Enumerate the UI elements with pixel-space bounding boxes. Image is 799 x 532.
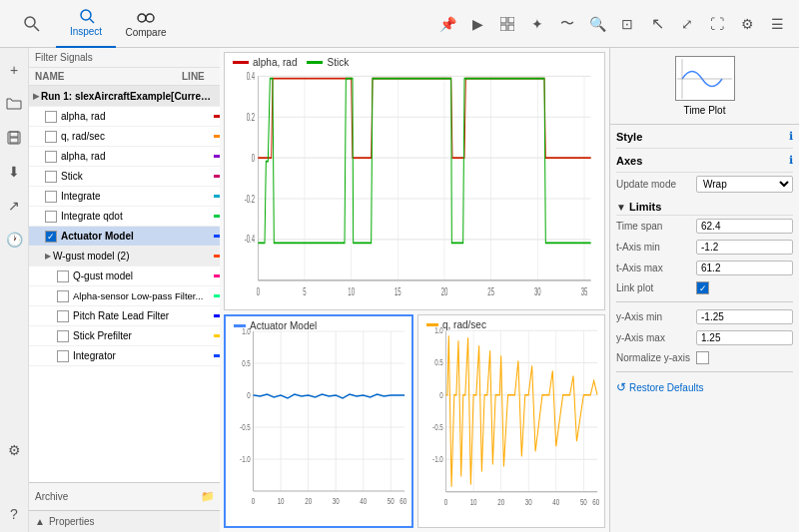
t-axis-min-input[interactable]	[696, 240, 793, 255]
signal-panel: Filter Signals NAME LINE ▶ Run 1: slexAi…	[29, 48, 249, 532]
y-axis-max-input[interactable]	[696, 330, 793, 345]
svg-rect-8	[500, 25, 506, 31]
cursor-icon[interactable]: ✦	[523, 10, 551, 38]
t-axis-max-value	[696, 261, 793, 275]
grid-icon[interactable]	[493, 10, 521, 38]
settings-icon[interactable]: ⚙	[733, 10, 761, 38]
svg-text:40: 40	[552, 497, 559, 508]
settings2-icon[interactable]: ⚙	[0, 436, 28, 464]
normalize-checkbox[interactable]	[696, 351, 709, 364]
svg-text:0.5: 0.5	[242, 358, 251, 368]
normalize-label: Normalize y-axis	[616, 352, 696, 363]
list-item[interactable]: alpha, rad	[29, 147, 248, 167]
signal-checkbox[interactable]	[57, 310, 69, 322]
signal-checkbox[interactable]: ✓	[45, 231, 57, 243]
divider	[616, 301, 793, 302]
download-icon[interactable]: ⬇	[0, 158, 28, 186]
signal-list-header: NAME LINE	[29, 68, 248, 86]
svg-rect-7	[508, 17, 514, 23]
wave-icon[interactable]: 〜	[553, 10, 581, 38]
share-icon[interactable]: ↗	[0, 192, 28, 220]
signal-checkbox[interactable]	[45, 191, 57, 203]
link-plot-checkbox[interactable]: ✓	[696, 281, 709, 294]
list-item[interactable]: Integrator	[29, 346, 248, 366]
time-plot-header: Time Plot	[610, 48, 799, 125]
help-icon[interactable]: ?	[0, 500, 28, 528]
properties-section: Style ℹ Axes ℹ Update mode Wrap ▼	[610, 125, 799, 532]
list-item[interactable]: Integrate	[29, 187, 248, 207]
svg-text:-1.0: -1.0	[432, 454, 443, 465]
signal-checkbox[interactable]	[57, 270, 69, 282]
right-panel: Time Plot Style ℹ Axes ℹ Update mode Wra…	[609, 48, 799, 532]
archive-icon1[interactable]: 📁	[198, 487, 218, 507]
magnify-icon[interactable]: 🔍	[583, 10, 611, 38]
list-item[interactable]: Alpha-sensor Low-pass Filter...	[29, 286, 248, 306]
pointer-icon[interactable]: ↖	[643, 10, 671, 38]
t-axis-max-input[interactable]	[696, 261, 793, 275]
svg-text:0: 0	[252, 496, 255, 506]
style-info-icon[interactable]: ℹ	[789, 130, 793, 143]
restore-defaults-btn[interactable]: ↺ Restore Defaults	[616, 376, 793, 398]
signal-checkbox[interactable]	[45, 151, 57, 163]
pin-icon[interactable]: 📌	[433, 10, 461, 38]
link-plot-value: ✓	[696, 281, 793, 294]
limits-header[interactable]: ▼ Limits	[616, 196, 793, 216]
zoom-region-icon[interactable]: ⊡	[613, 10, 641, 38]
signal-checkbox[interactable]	[45, 131, 57, 143]
search-icon[interactable]	[8, 0, 56, 48]
clock-icon[interactable]: 🕐	[0, 226, 28, 254]
q-radpersec-plot[interactable]: q, rad/sec	[417, 314, 605, 528]
col-name-header: NAME	[35, 71, 182, 82]
list-item[interactable]: Stick	[29, 167, 248, 187]
list-item[interactable]: Stick Prefilter	[29, 326, 248, 346]
time-span-input[interactable]	[696, 219, 793, 234]
update-mode-row: Update mode Wrap	[616, 173, 793, 196]
properties-bar[interactable]: ▲ Properties	[29, 510, 248, 532]
signal-checkbox[interactable]	[57, 330, 69, 342]
axes-section-header[interactable]: Axes ℹ	[616, 149, 793, 173]
fullscreen-icon[interactable]: ⛶	[703, 10, 731, 38]
svg-text:40: 40	[360, 496, 367, 506]
save-icon[interactable]	[0, 124, 28, 152]
folder-icon[interactable]	[0, 90, 28, 118]
signal-checkbox[interactable]	[45, 111, 57, 123]
svg-rect-9	[508, 25, 514, 31]
restore-label: Restore Defaults	[629, 382, 703, 393]
list-item-selected[interactable]: ✓ Actuator Model	[29, 227, 248, 247]
add-signal-btn[interactable]: +	[0, 56, 28, 84]
list-item[interactable]: q, rad/sec	[29, 127, 248, 147]
actuator-model-plot[interactable]: Actuator Model	[224, 314, 413, 528]
signal-checkbox[interactable]	[57, 290, 69, 302]
signal-checkbox[interactable]	[45, 171, 57, 183]
bottom-plots-row: Actuator Model	[220, 312, 609, 532]
inspect-tab[interactable]: Inspect	[56, 0, 116, 48]
y-axis-max-label: y-Axis max	[616, 332, 696, 343]
signal-checkbox[interactable]	[45, 211, 57, 223]
svg-text:-0.5: -0.5	[432, 422, 443, 433]
y-axis-min-input[interactable]	[696, 309, 793, 324]
menu-icon[interactable]: ☰	[763, 10, 791, 38]
update-mode-select[interactable]: Wrap	[696, 176, 793, 193]
svg-text:0.5: 0.5	[434, 357, 443, 368]
list-item[interactable]: ▶ W-gust model (2)	[29, 247, 248, 266]
compare-tab[interactable]: Compare	[116, 0, 176, 48]
left-panel-wrapper: + ⬇ ↗ 🕐 ⚙ ? Filter Signals NAME LINE	[0, 48, 220, 532]
properties-label: Properties	[49, 516, 95, 527]
axes-info-icon[interactable]: ℹ	[789, 154, 793, 167]
expand-icon[interactable]: ⤢	[673, 10, 701, 38]
svg-text:10: 10	[470, 497, 477, 508]
run-header[interactable]: ▶ Run 1: slexAircraftExample[Current... …	[29, 86, 248, 107]
y-axis-min-row: y-Axis min	[616, 306, 793, 327]
list-item[interactable]: Pitch Rate Lead Filter	[29, 306, 248, 326]
play-icon[interactable]: ▶	[463, 10, 491, 38]
top-plot[interactable]: alpha, rad Stick	[224, 52, 605, 310]
list-item[interactable]: Integrate qdot	[29, 207, 248, 227]
list-item[interactable]: Q-gust model	[29, 266, 248, 286]
filter-bar: Filter Signals	[29, 48, 248, 68]
axes-label: Axes	[616, 155, 642, 167]
style-row: Style ℹ	[616, 125, 793, 149]
svg-text:-1.0: -1.0	[240, 454, 251, 464]
list-item[interactable]: alpha, rad	[29, 107, 248, 127]
signal-checkbox[interactable]	[57, 350, 69, 362]
time-plot-icon	[675, 56, 735, 101]
